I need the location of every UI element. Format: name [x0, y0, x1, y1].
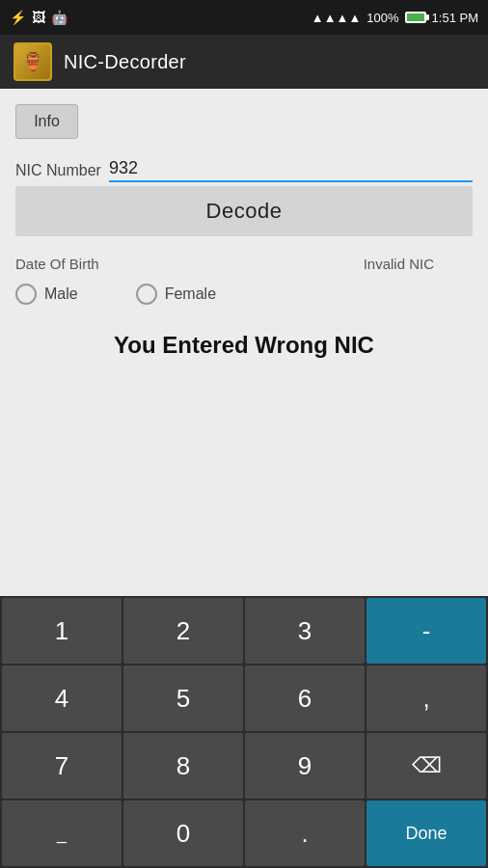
dob-label: Date Of Birth: [15, 256, 99, 272]
key-7[interactable]: 7: [2, 733, 122, 799]
gender-row: Male Female: [15, 284, 473, 305]
main-content: Info NIC Number Decode Date Of Birth Inv…: [0, 89, 488, 596]
female-label: Female: [165, 285, 216, 303]
result-labels-row: Date Of Birth Invalid NIC: [15, 256, 473, 272]
male-label: Male: [44, 285, 78, 303]
battery-percent: 100%: [366, 11, 398, 25]
app-icon: 🏺: [14, 42, 52, 81]
keyboard-row-3: 7 8 9 ⌫: [0, 731, 488, 799]
app-icon-emoji: 🏺: [22, 51, 43, 72]
status-icons-left: ⚡ 🖼 🤖: [10, 10, 68, 25]
female-radio[interactable]: [136, 284, 157, 305]
app-icon-inner: 🏺: [15, 44, 50, 79]
app-bar: 🏺 NIC-Decorder: [0, 35, 488, 89]
female-option: Female: [136, 284, 216, 305]
image-icon: 🖼: [32, 10, 45, 25]
spacer: [15, 359, 473, 581]
key-3[interactable]: 3: [245, 598, 365, 664]
key-5[interactable]: 5: [123, 665, 243, 731]
status-icons-right: ▲▲▲▲ 100% 1:51 PM: [312, 11, 478, 25]
key-dash[interactable]: -: [366, 598, 486, 664]
key-0[interactable]: 0: [123, 800, 243, 866]
nic-input-container: [109, 158, 473, 182]
key-4[interactable]: 4: [2, 665, 122, 731]
invalid-label: Invalid NIC: [364, 256, 434, 272]
error-message: You Entered Wrong NIC: [15, 332, 473, 359]
key-9[interactable]: 9: [245, 733, 365, 799]
decode-button[interactable]: Decode: [15, 186, 473, 236]
keyboard-row-1: 1 2 3 -: [0, 596, 488, 664]
key-1[interactable]: 1: [2, 598, 122, 664]
male-radio[interactable]: [15, 284, 37, 305]
keyboard-row-4: _ 0 . Done: [0, 799, 488, 868]
key-comma[interactable]: ,: [366, 665, 486, 731]
info-button[interactable]: Info: [15, 104, 78, 139]
keyboard: 1 2 3 - 4 5 6 , 7 8 9 ⌫ _ 0 . Done: [0, 596, 488, 868]
android-icon: 🤖: [51, 10, 68, 25]
key-8[interactable]: 8: [123, 733, 243, 799]
key-dot[interactable]: .: [245, 800, 365, 866]
app-title: NIC-Decorder: [64, 51, 186, 73]
key-6[interactable]: 6: [245, 665, 365, 731]
battery-icon: [405, 12, 426, 23]
status-bar: ⚡ 🖼 🤖 ▲▲▲▲ 100% 1:51 PM: [0, 0, 488, 35]
signal-icon: ▲▲▲▲: [312, 11, 361, 25]
result-area: Date Of Birth Invalid NIC Male Female Yo…: [15, 256, 473, 359]
key-backspace[interactable]: ⌫: [366, 733, 486, 799]
male-option: Male: [15, 284, 78, 305]
key-underscore[interactable]: _: [2, 800, 122, 866]
key-done[interactable]: Done: [366, 800, 486, 866]
time-display: 1:51 PM: [432, 11, 478, 25]
nic-input[interactable]: [109, 158, 473, 178]
nic-input-row: NIC Number: [15, 158, 473, 182]
key-2[interactable]: 2: [123, 598, 243, 664]
nic-label: NIC Number: [15, 162, 101, 179]
keyboard-row-2: 4 5 6 ,: [0, 664, 488, 731]
usb-icon: ⚡: [10, 10, 26, 25]
